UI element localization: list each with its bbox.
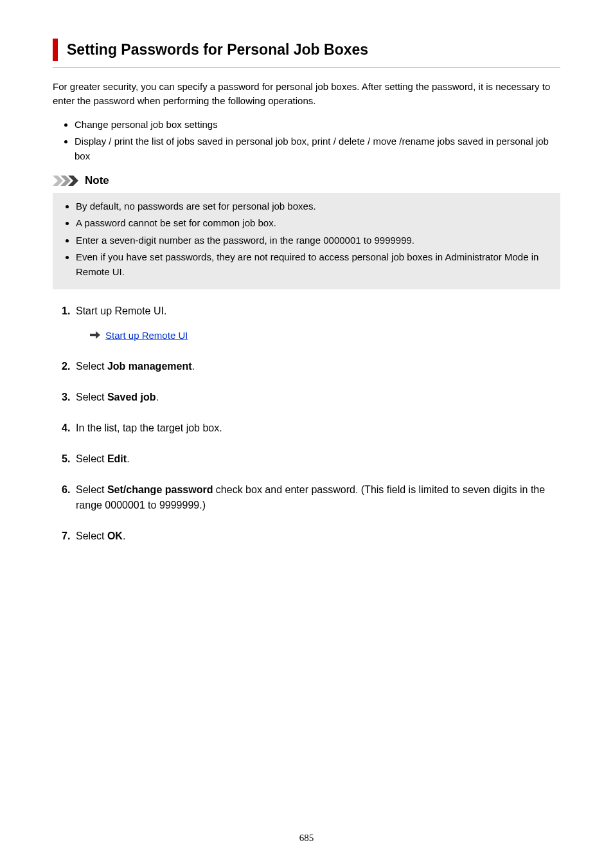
step-body: Select OK.: [76, 529, 560, 544]
arrow-right-icon: [90, 328, 100, 343]
page-number: 685: [0, 831, 613, 845]
title-section: Setting Passwords for Personal Job Boxes: [53, 39, 560, 68]
list-item: Change personal job box settings: [75, 118, 560, 132]
step-item: 3. Select Saved job.: [62, 390, 560, 405]
step-bold: Set/change password: [107, 484, 213, 495]
step-body: In the list, tap the target job box.: [76, 420, 560, 436]
steps-list: 1. Start up Remote UI. Start up Remote U…: [53, 303, 560, 544]
step-item: 2. Select Job management.: [62, 359, 560, 374]
svg-rect-3: [90, 334, 96, 336]
note-block: Note By default, no passwords are set fo…: [53, 172, 560, 289]
step-bold: Edit: [107, 453, 127, 464]
note-header: Note: [53, 172, 560, 189]
step-number: 7.: [62, 529, 76, 544]
step-suffix: .: [123, 530, 125, 541]
step-number: 1.: [62, 303, 76, 319]
step-suffix: .: [127, 453, 129, 464]
note-arrows-icon: [53, 176, 81, 186]
step-number: 5.: [62, 451, 76, 467]
svg-marker-4: [96, 331, 100, 339]
step-sublink: Start up Remote UI: [76, 328, 560, 343]
step-body: Select Saved job.: [76, 390, 560, 405]
step-suffix: .: [192, 361, 195, 372]
step-text: Start up Remote UI.: [76, 305, 166, 316]
note-label: Note: [85, 172, 109, 189]
step-number: 6.: [62, 482, 76, 498]
list-item: Enter a seven-digit number as the passwo…: [76, 233, 547, 248]
title-accent: Setting Passwords for Personal Job Boxes: [53, 39, 560, 61]
operation-list: Change personal job box settings Display…: [53, 118, 560, 164]
step-text: Select: [76, 484, 107, 495]
step-text: In the list, tap the target job box.: [76, 422, 222, 433]
step-item: 4. In the list, tap the target job box.: [62, 420, 560, 436]
step-bold: Job management: [107, 361, 192, 372]
list-item: A password cannot be set for common job …: [76, 216, 547, 231]
note-body: By default, no passwords are set for per…: [53, 193, 560, 290]
svg-marker-0: [53, 176, 63, 186]
step-text: Select: [76, 453, 107, 464]
step-body: Select Set/change password check box and…: [76, 482, 560, 513]
step-text: Select: [76, 361, 107, 372]
list-item: By default, no passwords are set for per…: [76, 199, 547, 214]
list-item: Even if you have set passwords, they are…: [76, 250, 547, 279]
intro-text: For greater security, you can specify a …: [53, 80, 560, 109]
page-title: Setting Passwords for Personal Job Boxes: [67, 39, 560, 61]
step-body: Select Edit.: [76, 451, 560, 467]
step-text: Select: [76, 392, 107, 402]
remote-ui-link[interactable]: Start up Remote UI: [105, 329, 188, 343]
step-number: 2.: [62, 359, 76, 374]
step-item: 5. Select Edit.: [62, 451, 560, 467]
step-item: 1. Start up Remote UI. Start up Remote U…: [62, 303, 560, 343]
step-item: 6. Select Set/change password check box …: [62, 482, 560, 513]
step-item: 7. Select OK.: [62, 529, 560, 544]
step-suffix: .: [156, 392, 159, 402]
step-bold: OK: [107, 530, 123, 541]
list-item: Display / print the list of jobs saved i…: [75, 134, 560, 163]
step-number: 3.: [62, 390, 76, 405]
step-body: Start up Remote UI. Start up Remote UI: [76, 303, 560, 343]
step-body: Select Job management.: [76, 359, 560, 374]
step-number: 4.: [62, 420, 76, 436]
step-bold: Saved job: [107, 392, 156, 402]
step-text: Select: [76, 530, 107, 541]
